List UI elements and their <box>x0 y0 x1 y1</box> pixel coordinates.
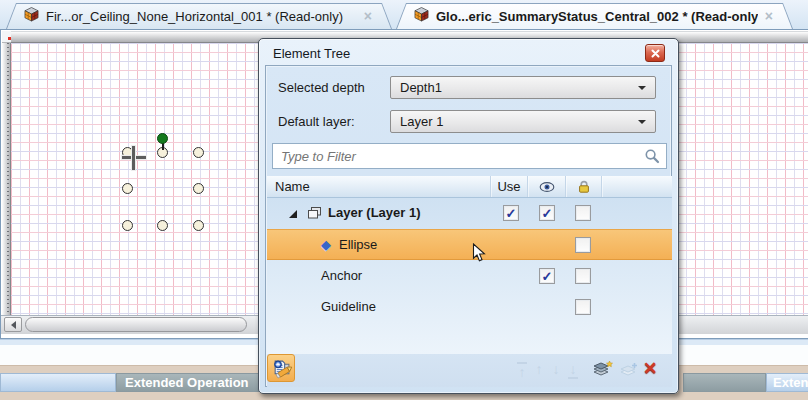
scroll-left-button[interactable] <box>4 317 22 332</box>
tree-rows-area: Layer (Layer 1) ✓ ✓ ◆ Ellipse Anchor ✓ G <box>267 198 672 354</box>
column-header-visibility <box>528 176 566 197</box>
filter-input[interactable] <box>273 149 638 164</box>
selected-depth-combobox[interactable]: Depth1 <box>390 76 656 99</box>
row-label: Ellipse <box>339 237 377 252</box>
new-layer-button-disabled[interactable] <box>618 361 640 382</box>
dialog-content-panel: Selected depth Depth1 Default layer: Lay… <box>265 65 672 387</box>
tab-document-2-active[interactable]: Glo...eric_SummaryStatus_Central_002 * (… <box>396 3 793 29</box>
dialog-close-button[interactable] <box>645 44 665 62</box>
tab-bar: Fir...or_Ceiling_None_Horizontal_001 * (… <box>0 0 808 29</box>
anchor-point[interactable] <box>122 183 133 194</box>
column-header-lock <box>566 176 602 197</box>
default-layer-label: Default layer: <box>278 114 355 129</box>
tab-close-icon[interactable]: × <box>364 9 372 23</box>
add-layer-button[interactable] <box>591 360 614 382</box>
anchor-point[interactable] <box>193 183 204 194</box>
lock-checkbox[interactable] <box>575 205 591 221</box>
search-icon[interactable] <box>638 148 666 164</box>
bar-icon <box>568 377 578 379</box>
anchor-handle-green-dot[interactable] <box>157 133 168 144</box>
filter-field <box>272 143 667 169</box>
dock-panel-label: Extended Operation <box>125 375 249 390</box>
expand-triangle-icon[interactable] <box>289 210 297 218</box>
tree-row-ellipse-selected[interactable]: ◆ Ellipse <box>267 229 672 260</box>
highlighter-tool-icon[interactable] <box>272 359 294 384</box>
lock-checkbox[interactable] <box>575 237 591 253</box>
anchor-point[interactable] <box>122 220 133 231</box>
row-label: Guideline <box>321 299 376 314</box>
selected-depth-value: Depth1 <box>400 80 638 95</box>
scroll-left-arrow-icon <box>11 321 16 329</box>
layers-icon <box>307 206 322 223</box>
application-window: Fir...or_Ceiling_None_Horizontal_001 * (… <box>0 0 808 400</box>
column-header-name: Name <box>267 176 491 197</box>
anchor-point[interactable] <box>193 147 204 158</box>
vertical-ruler <box>2 43 11 315</box>
move-up-button-disabled[interactable]: ↑ <box>531 362 547 376</box>
dock-panel-label: Extended Operation <box>773 375 808 390</box>
lock-checkbox[interactable] <box>575 268 591 284</box>
lock-checkbox[interactable] <box>575 299 591 315</box>
lock-icon <box>577 180 591 194</box>
mouse-cursor <box>472 243 486 266</box>
dock-panel-segment[interactable] <box>0 373 116 392</box>
ruler-ticks <box>7 43 9 315</box>
anchor-point[interactable] <box>157 220 168 231</box>
visibility-checkbox[interactable]: ✓ <box>539 205 555 221</box>
column-header-use: Use <box>491 176 528 197</box>
visibility-checkbox[interactable]: ✓ <box>539 268 555 284</box>
row-label: Anchor <box>321 268 362 283</box>
dialog-title[interactable]: Element Tree <box>273 46 350 61</box>
eye-icon <box>539 181 555 193</box>
tab-document-1[interactable]: Fir...or_Ceiling_None_Horizontal_001 * (… <box>6 3 392 29</box>
tab-title: Fir...or_Ceiling_None_Horizontal_001 * (… <box>46 9 357 24</box>
tree-table-header: Name Use <box>267 176 672 198</box>
close-icon <box>651 49 660 58</box>
document-cube-icon <box>414 7 429 25</box>
tab-close-icon[interactable]: × <box>765 9 773 23</box>
tree-row-guideline[interactable]: Guideline <box>267 292 672 323</box>
column-header-spacer <box>602 176 672 197</box>
diamond-icon: ◆ <box>321 237 331 252</box>
delete-button[interactable]: ✕ <box>643 360 657 377</box>
dock-panel-segment[interactable] <box>683 373 766 392</box>
scrollbar-thumb[interactable] <box>25 317 247 332</box>
chevron-down-icon <box>638 120 646 124</box>
tab-title: Glo...eric_SummaryStatus_Central_002 * (… <box>436 9 758 24</box>
default-layer-value: Layer 1 <box>400 114 638 129</box>
ruler-origin-marker <box>8 37 11 40</box>
default-layer-combobox[interactable]: Layer 1 <box>390 110 656 133</box>
move-down-button-disabled[interactable]: ↓ <box>548 362 564 376</box>
move-to-bottom-button-disabled[interactable]: ↓ <box>565 362 581 379</box>
crosshair-icon <box>132 146 135 170</box>
row-label: Layer (Layer 1) <box>328 205 421 220</box>
dialog-toolbar: ↑ ↑ ↓ ↓ <box>267 354 672 387</box>
tree-row-layer[interactable]: Layer (Layer 1) ✓ ✓ <box>267 198 672 229</box>
move-to-top-button-disabled[interactable]: ↑ <box>514 362 530 379</box>
dock-panel-extended-operation[interactable]: Extended Operation <box>766 373 808 392</box>
use-checkbox[interactable]: ✓ <box>503 205 519 221</box>
document-cube-icon <box>24 7 39 25</box>
chevron-down-icon <box>638 86 646 90</box>
anchor-point[interactable] <box>193 220 204 231</box>
tree-row-anchor[interactable]: Anchor ✓ <box>267 261 672 292</box>
anchor-handle-line <box>162 143 164 150</box>
element-tree-dialog: Element Tree Selected depth Depth1 Defau… <box>258 38 679 394</box>
selected-depth-label: Selected depth <box>278 80 365 95</box>
